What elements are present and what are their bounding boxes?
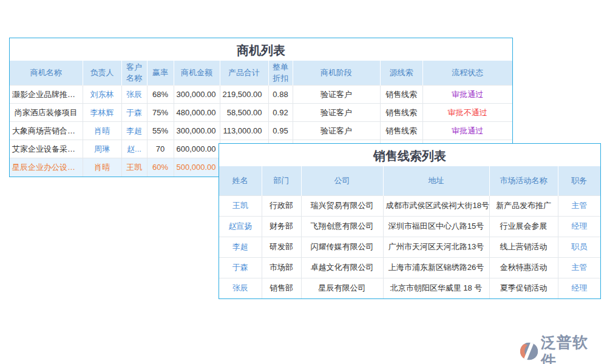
cell-customer[interactable]: 李超 <box>121 122 147 140</box>
cell-department: 行政部 <box>262 195 301 216</box>
cell-amount: 300,000.00 <box>174 86 220 104</box>
brand-footer: 泛普软件 www.fanpusoft.com <box>520 333 602 364</box>
cell-discount: 0.95 <box>268 122 293 140</box>
cell-customer[interactable]: 王凯 <box>121 158 147 177</box>
cell-job[interactable]: 经理 <box>558 216 600 237</box>
cell-amount: 480,000.00 <box>174 104 220 122</box>
column-header: 客户名称 <box>121 61 147 86</box>
lead-row[interactable]: 王凯行政部瑞兴贸易有限公司成都市武侯区武侯祠大街18号新产品发布推广主管 <box>219 195 600 216</box>
cell-company: 闪耀传媒有限公司 <box>301 237 383 257</box>
cell-department: 研发部 <box>262 237 301 257</box>
leads-table-title: 销售线索列表 <box>219 144 600 166</box>
cell-name[interactable]: 于森 <box>219 257 262 278</box>
cell-amount: 500,000.00 <box>174 158 220 177</box>
column-header: 市场活动名称 <box>489 166 558 195</box>
cell-name: 艾家企业设备采购... <box>10 140 83 158</box>
column-header: 职务 <box>558 166 600 195</box>
cell-status[interactable]: 审批通过 <box>422 122 512 140</box>
cell-product_total: 219,500.00 <box>220 86 268 104</box>
column-header: 地址 <box>383 166 489 195</box>
column-header: 负责人 <box>83 61 121 86</box>
cell-name: 灏影企业品牌推广... <box>10 86 83 104</box>
cell-amount: 600,000.00 <box>174 140 220 158</box>
opportunity-header-row: 商机名称负责人客户名称赢率商机金额产品合计整单折扣商机阶段源线索流程状态 <box>10 61 512 86</box>
cell-discount: 0.92 <box>268 104 293 122</box>
cell-department: 销售部 <box>262 278 301 298</box>
cell-job[interactable]: 主管 <box>558 195 600 216</box>
opportunity-row[interactable]: 灏影企业品牌推广...刘东林张辰68%300,000.00219,500.000… <box>10 86 512 104</box>
lead-row[interactable]: 张辰销售部星辰有限公司北京市朝阳区华威里 18 号夏季促销活动经理 <box>219 278 600 298</box>
cell-job[interactable]: 经理 <box>558 278 600 298</box>
column-header: 商机名称 <box>10 61 83 86</box>
cell-owner[interactable]: 肖晴 <box>83 158 121 177</box>
cell-company: 卓越文化有限公司 <box>301 257 383 278</box>
column-header: 商机金额 <box>174 61 220 86</box>
cell-name[interactable]: 王凯 <box>219 195 262 216</box>
cell-stage: 验证客户 <box>293 122 380 140</box>
cell-company: 瑞兴贸易有限公司 <box>301 195 383 216</box>
column-header: 流程状态 <box>422 61 512 86</box>
cell-name[interactable]: 赵宣扬 <box>219 216 262 237</box>
cell-company: 星辰有限公司 <box>301 278 383 298</box>
cell-product_total: 58,500.00 <box>220 104 268 122</box>
cell-customer[interactable]: 赵... <box>121 140 147 158</box>
leads-header-row: 姓名部门公司地址市场活动名称职务 <box>219 166 600 195</box>
column-header: 姓名 <box>219 166 262 195</box>
cell-company: 飞翔创意有限公司 <box>301 216 383 237</box>
fanpu-logo-icon <box>520 342 538 361</box>
column-header: 赢率 <box>147 61 174 86</box>
cell-customer[interactable]: 张辰 <box>121 86 147 104</box>
cell-job[interactable]: 职员 <box>558 237 600 257</box>
cell-name[interactable]: 李超 <box>219 237 262 257</box>
cell-status[interactable]: 审批不通过 <box>422 104 512 122</box>
cell-department: 市场部 <box>262 257 301 278</box>
lead-row[interactable]: 李超研发部闪耀传媒有限公司广州市天河区天河北路13号线上营销活动职员 <box>219 237 600 257</box>
cell-amount: 300,000.00 <box>174 122 220 140</box>
cell-name[interactable]: 张辰 <box>219 278 262 298</box>
opportunity-table-title: 商机列表 <box>10 38 512 61</box>
cell-job[interactable]: 主管 <box>558 257 600 278</box>
cell-address: 北京市朝阳区华威里 18 号 <box>383 278 489 298</box>
cell-owner[interactable]: 肖晴 <box>83 122 121 140</box>
cell-campaign: 线上营销活动 <box>489 237 558 257</box>
cell-campaign: 行业展会参展 <box>489 216 558 237</box>
lead-row[interactable]: 于森市场部卓越文化有限公司上海市浦东新区锦绣路26号金秋特惠活动主管 <box>219 257 600 278</box>
cell-stage: 验证客户 <box>293 104 380 122</box>
opportunity-row[interactable]: 大象商场营销合作...肖晴李超55%300,000.00113,000.000.… <box>10 122 512 140</box>
cell-source: 销售线索 <box>380 86 422 104</box>
cell-name: 大象商场营销合作... <box>10 122 83 140</box>
cell-department: 财务部 <box>262 216 301 237</box>
cell-campaign: 新产品发布推广 <box>489 195 558 216</box>
cell-customer[interactable]: 于森 <box>121 104 147 122</box>
cell-address: 深圳市福田区中心八路15号 <box>383 216 489 237</box>
column-header: 整单折扣 <box>268 61 293 86</box>
column-header: 源线索 <box>380 61 422 86</box>
cell-status[interactable]: 审批通过 <box>422 86 512 104</box>
lead-row[interactable]: 赵宣扬财务部飞翔创意有限公司深圳市福田区中心八路15号行业展会参展经理 <box>219 216 600 237</box>
cell-win_rate: 70 <box>147 140 174 158</box>
cell-owner[interactable]: 周琳 <box>83 140 121 158</box>
cell-address: 广州市天河区天河北路13号 <box>383 237 489 257</box>
cell-address: 成都市武侯区武侯祠大街18号 <box>383 195 489 216</box>
column-header: 部门 <box>262 166 301 195</box>
cell-source: 销售线索 <box>380 122 422 140</box>
opportunity-row[interactable]: 尚家酒店装修项目李林辉于森75%480,000.0058,500.000.92验… <box>10 104 512 122</box>
column-header: 商机阶段 <box>293 61 380 86</box>
cell-address: 上海市浦东新区锦绣路26号 <box>383 257 489 278</box>
cell-name: 星辰企业办公设备... <box>10 158 83 177</box>
cell-source: 销售线索 <box>380 104 422 122</box>
cell-win_rate: 60% <box>147 158 174 177</box>
cell-campaign: 金秋特惠活动 <box>489 257 558 278</box>
column-header: 公司 <box>301 166 383 195</box>
cell-stage: 验证客户 <box>293 86 380 104</box>
leads-table-card: 销售线索列表 姓名部门公司地址市场活动名称职务 王凯行政部瑞兴贸易有限公司成都市… <box>219 143 601 299</box>
cell-product_total: 113,000.00 <box>220 122 268 140</box>
cell-win_rate: 55% <box>147 122 174 140</box>
cell-campaign: 夏季促销活动 <box>489 278 558 298</box>
cell-win_rate: 68% <box>147 86 174 104</box>
cell-owner[interactable]: 刘东林 <box>83 86 121 104</box>
brand-name: 泛普软件 <box>541 333 602 364</box>
leads-table: 姓名部门公司地址市场活动名称职务 王凯行政部瑞兴贸易有限公司成都市武侯区武侯祠大… <box>219 166 600 298</box>
cell-owner[interactable]: 李林辉 <box>83 104 121 122</box>
cell-name: 尚家酒店装修项目 <box>10 104 83 122</box>
